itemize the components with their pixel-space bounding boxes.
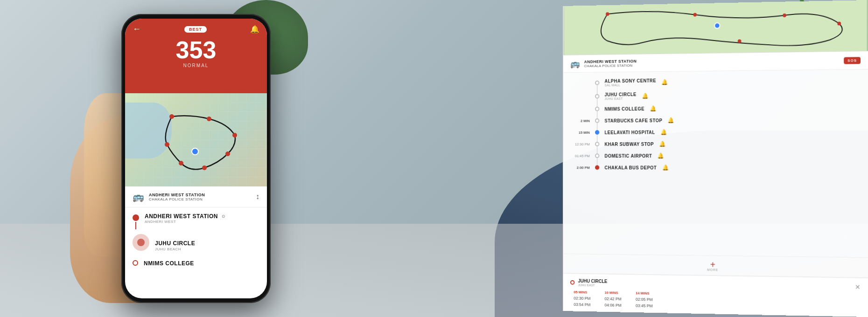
rp-route-left: 🚌 ANDHERI WEST STATION CHAKALA POLICE ST… [570, 58, 637, 69]
rp-bell-2[interactable]: 🔔 [642, 93, 648, 99]
sched-label-2: 10 MINS [605, 290, 629, 295]
rp-bell-6[interactable]: 🔔 [659, 141, 666, 147]
rp-dot-8 [595, 165, 599, 170]
sched-time-1-2: 02:42 PM [605, 296, 629, 302]
swap-direction-icon[interactable]: ↕ [256, 193, 259, 201]
sched-time-2-3: 03:45 PM [636, 303, 660, 309]
stops-left: 🚌 ANDHERI WEST STATION CHAKALA POLICE ST… [133, 191, 205, 202]
rp-dot-4 [595, 118, 599, 123]
svg-point-14 [714, 23, 720, 28]
svg-point-0 [169, 114, 174, 119]
stop-item-3[interactable]: NMIMS COLLEGE [133, 259, 259, 267]
rp-stop-info-5: LEELAVATI HOSPITAL [605, 130, 655, 135]
rp-popup-header: JUHU CIRCLE JUHU EAST ✕ [570, 278, 861, 291]
rp-stop-name-2: JUHU CIRCLE [605, 92, 637, 97]
stops-text: ANDHERI WEST STATION CHAKALA POLICE STAT… [149, 193, 205, 201]
stop-name-2: JUHU CIRCLE [155, 240, 195, 247]
stop-time-icon-1: ⊙ [222, 214, 225, 219]
rp-stop-info-8: CHAKALA BUS DEPOT [605, 165, 657, 170]
svg-point-4 [202, 165, 207, 170]
sched-time-2-1: 03:54 PM [574, 302, 597, 307]
rp-dot-area-1 [595, 81, 599, 85]
rp-dot-area-4 [595, 118, 599, 123]
rp-stop-name-3: NMIMS COLLEGE [605, 106, 644, 111]
bell-icon[interactable]: 🔔 [250, 25, 259, 34]
rp-popup-title-area: JUHU CIRCLE JUHU EAST [570, 278, 607, 287]
rp-stop-info-1: ALPHA SONY CENTRE SAL MALL [605, 78, 656, 87]
right-panel: 🚌 ANDHERI WEST STATION CHAKALA POLICE ST… [563, 0, 868, 317]
stop-info-3: NMIMS COLLEGE [144, 259, 194, 267]
rp-time-5: 15 MIN [570, 131, 590, 135]
rp-stop-info-4: STARBUCKS CAFE STOP [605, 118, 663, 123]
rp-stop-sub-1: SAL MALL [605, 83, 656, 87]
rp-map [563, 0, 868, 55]
rp-map-route [563, 0, 868, 55]
close-button[interactable]: ✕ [855, 283, 861, 291]
svg-point-6 [165, 142, 169, 147]
stop-sub-1: ANDHERI WEST [145, 220, 225, 224]
phone-header: ← BEST 🔔 353 NORMAL [125, 19, 267, 93]
more-label: MORE [567, 266, 864, 274]
rp-popup-dot [570, 280, 574, 285]
sched-time-1-1: 02:30 PM [574, 296, 597, 301]
rp-stop-item-8[interactable]: 2:00 PM CHAKALA BUS DEPOT 🔔 [563, 162, 868, 174]
rp-dot-area-8 [595, 165, 599, 170]
rp-bell-5[interactable]: 🔔 [660, 129, 667, 136]
rp-stop-name-7: DOMESTIC AIRPORT [605, 153, 652, 158]
rp-bottom-popup: JUHU CIRCLE JUHU EAST ✕ 05 MINS 10 MINS … [563, 273, 868, 317]
rp-bus-icon: 🚌 [570, 59, 580, 69]
stop-to: CHAKALA POLICE STATION [149, 197, 205, 201]
rp-bell-3[interactable]: 🔔 [650, 105, 656, 112]
phone-screen: ← BEST 🔔 353 NORMAL [125, 19, 267, 298]
rp-stop-sub-2: JUHU EAST [605, 97, 637, 100]
rp-stop-item-3[interactable]: NMIMS COLLEGE 🔔 [563, 101, 868, 115]
stop-dot-regular [133, 260, 138, 266]
rp-time-8: 2:00 PM [570, 165, 590, 170]
rp-stop-item-5[interactable]: 15 MIN LEELAVATI HOSPITAL 🔔 [563, 125, 868, 138]
stop-dot-origin [133, 214, 139, 221]
rp-route-stops: ANDHERI WEST STATION CHAKALA POLICE STAT… [584, 59, 637, 68]
sched-label-3: 14 MINS [636, 291, 660, 296]
rp-bell-8[interactable]: 🔔 [662, 165, 669, 171]
svg-point-7 [192, 148, 198, 155]
rp-dot-area-6 [595, 142, 599, 146]
back-button[interactable]: ← [133, 24, 141, 34]
rp-stop-item-6[interactable]: 12:30 PM KHAR SUBWAY STOP 🔔 [563, 138, 868, 150]
rp-dot-area-3 [595, 107, 599, 111]
stop-info-1: ANDHERI WEST STATION ⊙ ANDHERI WEST [145, 213, 225, 224]
svg-point-3 [225, 152, 230, 156]
rp-bell-7[interactable]: 🔔 [658, 152, 664, 159]
rp-stop-item-4[interactable]: 2 MIN STARBUCKS CAFE STOP 🔔 [563, 113, 868, 127]
rp-dot-3 [595, 107, 599, 111]
rp-stop-name-5: LEELAVATI HOSPITAL [605, 130, 655, 135]
bus-icon: 🚌 [133, 191, 144, 202]
rp-stop-info-7: DOMESTIC AIRPORT [605, 153, 652, 158]
stop-item-1[interactable]: ANDHERI WEST STATION ⊙ ANDHERI WEST [133, 213, 259, 230]
stop-item-2[interactable]: JUHU CIRCLE JUHU BEACH [133, 238, 259, 251]
rp-bell-1[interactable]: 🔔 [661, 79, 668, 85]
stop-info-2: JUHU CIRCLE JUHU BEACH [155, 238, 195, 251]
rp-dot-7 [595, 153, 599, 158]
stop-from: ANDHERI WEST STATION [149, 193, 205, 197]
rp-dot-6 [595, 142, 599, 146]
rp-stop-name-6: KHAR SUBWAY STOP [605, 142, 654, 147]
rp-time-6: 12:30 PM [570, 142, 590, 146]
rp-stop-name-8: CHAKALA BUS DEPOT [605, 165, 657, 170]
rp-popup-sub: JUHU EAST [578, 283, 608, 287]
rp-stop-info-6: KHAR SUBWAY STOP [605, 142, 654, 147]
rp-stop-item-2[interactable]: JUHU CIRCLE JUHU EAST 🔔 [563, 87, 868, 103]
rp-bell-4[interactable]: 🔔 [668, 117, 674, 124]
route-type: NORMAL [183, 63, 209, 68]
stops-header: 🚌 ANDHERI WEST STATION CHAKALA POLICE ST… [125, 186, 267, 207]
rp-stop-name-1: ALPHA SONY CENTRE [605, 78, 656, 84]
stop-connector [135, 222, 136, 229]
rp-timeline: ALPHA SONY CENTRE SAL MALL 🔔 JUHU CIRCLE… [563, 69, 868, 257]
brand-pill: BEST [184, 26, 207, 33]
rp-stop-item-7[interactable]: 01:45 PM DOMESTIC AIRPORT 🔔 [563, 150, 868, 162]
sos-button[interactable]: SOS [844, 57, 861, 64]
stop-name-1: ANDHERI WEST STATION [145, 213, 218, 220]
rp-route-to: CHAKALA POLICE STATION [584, 63, 637, 68]
svg-point-2 [232, 133, 237, 138]
stop-dot-area-3 [133, 259, 138, 266]
phone-top-bar: ← BEST 🔔 [125, 24, 267, 34]
